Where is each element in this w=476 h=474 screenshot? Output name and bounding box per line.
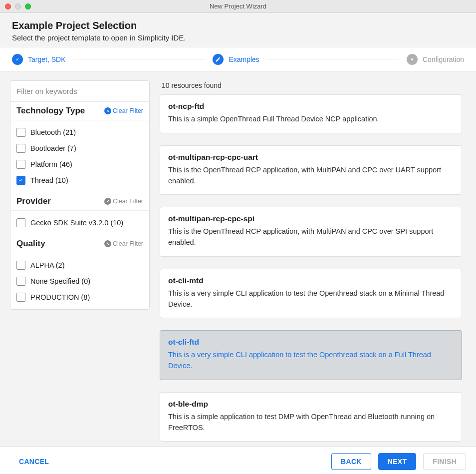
wizard-body: Technology Type Clear Filter Bluetooth (… — [0, 71, 476, 447]
result-desc: This is a simple application to test DMP… — [168, 412, 454, 434]
result-title: ot-multipan-rcp-cpc-spi — [168, 214, 454, 223]
next-button[interactable]: NEXT — [378, 453, 417, 470]
checkbox[interactable] — [16, 293, 25, 302]
wizard-footer: CANCEL BACK NEXT FINISH — [0, 447, 476, 474]
dot-icon — [407, 54, 418, 65]
checkbox[interactable] — [16, 128, 25, 137]
filter-items-provider: Gecko SDK Suite v3.2.0 (10) — [10, 211, 149, 235]
result-card-ot-multipan-rcp-cpc-spi[interactable]: ot-multipan-rcp-cpc-spi This is the Open… — [160, 207, 462, 257]
wizard-stepper: Target, SDK Examples Configuration — [0, 47, 476, 71]
clear-filter-quality[interactable]: Clear Filter — [104, 240, 143, 247]
filter-items-quality: ALPHA (2) None Specified (0) PRODUCTION … — [10, 253, 149, 309]
filter-panel: Technology Type Clear Filter Bluetooth (… — [10, 80, 150, 310]
svg-point-0 — [411, 58, 413, 60]
step-examples[interactable]: Examples — [213, 54, 259, 65]
results-count: 10 resources found — [162, 81, 471, 89]
filter-item-label: Bootloader (7) — [30, 144, 76, 152]
footer-right-buttons: BACK NEXT FINISH — [331, 453, 466, 470]
filter-item-none-specified[interactable]: None Specified (0) — [16, 273, 143, 289]
step-label: Target, SDK — [28, 55, 65, 63]
filter-group-title: Technology Type — [16, 106, 85, 116]
filter-group-quality: Quality Clear Filter — [10, 235, 149, 253]
filter-item-thread[interactable]: Thread (10) — [16, 172, 143, 188]
clear-filter-label: Clear Filter — [113, 240, 143, 247]
close-icon — [104, 107, 111, 114]
result-desc: This is the OpenThread RCP application, … — [168, 165, 454, 187]
result-title: ot-multipan-rcp-cpc-uart — [168, 153, 454, 162]
result-card-ot-cli-mtd[interactable]: ot-cli-mtd This is a very simple CLI app… — [160, 269, 462, 319]
result-desc: This is a very simple CLI application to… — [168, 288, 454, 310]
finish-button: FINISH — [423, 453, 466, 470]
close-icon — [104, 198, 111, 205]
results-pane: 10 resources found ot-ncp-ftd This is a … — [160, 80, 471, 447]
checkbox[interactable] — [16, 144, 25, 153]
filter-item-label: PRODUCTION (8) — [30, 293, 90, 301]
step-configuration: Configuration — [407, 54, 464, 65]
step-divider — [73, 59, 205, 59]
checkbox[interactable] — [16, 160, 25, 169]
window-titlebar: New Project Wizard — [0, 0, 476, 13]
result-card-ot-ncp-ftd[interactable]: ot-ncp-ftd This is a simple OpenThread F… — [160, 94, 462, 133]
filter-items-technology: Bluetooth (21) Bootloader (7) Platform (… — [10, 120, 149, 192]
result-title: ot-ble-dmp — [168, 400, 454, 409]
filter-item-alpha[interactable]: ALPHA (2) — [16, 257, 143, 273]
result-desc: This is the OpenThread RCP application, … — [168, 226, 454, 248]
result-desc: This is a very simple CLI application to… — [168, 350, 454, 372]
filter-group-title: Quality — [16, 239, 45, 249]
clear-filter-provider[interactable]: Clear Filter — [104, 198, 143, 205]
step-target-sdk[interactable]: Target, SDK — [12, 54, 65, 65]
filter-item-label: Bluetooth (21) — [30, 128, 76, 136]
result-title: ot-ncp-ftd — [168, 102, 454, 111]
clear-filter-technology[interactable]: Clear Filter — [104, 107, 143, 114]
step-label: Configuration — [423, 55, 464, 63]
result-card-ot-cli-ftd[interactable]: ot-cli-ftd This is a very simple CLI app… — [160, 330, 462, 380]
filter-item-platform[interactable]: Platform (46) — [16, 156, 143, 172]
filter-item-bootloader[interactable]: Bootloader (7) — [16, 140, 143, 156]
close-icon — [104, 240, 111, 247]
filter-item-gecko-sdk[interactable]: Gecko SDK Suite v3.2.0 (10) — [16, 215, 143, 231]
cancel-button[interactable]: CANCEL — [10, 453, 58, 470]
clear-filter-label: Clear Filter — [113, 198, 143, 205]
filter-item-label: Gecko SDK Suite v3.2.0 (10) — [30, 219, 123, 227]
result-title: ot-cli-ftd — [168, 338, 454, 347]
filter-group-provider: Provider Clear Filter — [10, 192, 149, 211]
checkbox[interactable] — [16, 261, 25, 270]
result-desc: This is a simple OpenThread Full Thread … — [168, 114, 454, 125]
step-label: Examples — [229, 55, 259, 63]
page-subtitle: Select the project template to open in S… — [12, 33, 464, 42]
page-header: Example Project Selection Select the pro… — [0, 13, 476, 47]
filter-group-title: Provider — [16, 196, 51, 206]
results-scroll[interactable]: ot-ncp-ftd This is a simple OpenThread F… — [160, 94, 471, 447]
filter-keyword-input[interactable] — [10, 81, 149, 102]
page-title: Example Project Selection — [12, 20, 464, 31]
filter-item-label: Thread (10) — [30, 176, 68, 184]
filter-item-bluetooth[interactable]: Bluetooth (21) — [16, 124, 143, 140]
checkbox[interactable] — [16, 176, 25, 185]
result-title: ot-cli-mtd — [168, 276, 454, 285]
window-title: New Project Wizard — [0, 2, 476, 10]
filter-item-label: Platform (46) — [30, 160, 72, 168]
back-button[interactable]: BACK — [331, 453, 371, 470]
filter-sidebar: Technology Type Clear Filter Bluetooth (… — [10, 80, 150, 447]
filter-item-production[interactable]: PRODUCTION (8) — [16, 289, 143, 305]
filter-item-label: None Specified (0) — [30, 277, 90, 285]
check-icon — [12, 54, 23, 65]
step-divider — [267, 59, 399, 59]
checkbox[interactable] — [16, 277, 25, 286]
result-card-ot-multipan-rcp-cpc-uart[interactable]: ot-multipan-rcp-cpc-uart This is the Ope… — [160, 145, 462, 195]
result-card-ot-ble-dmp[interactable]: ot-ble-dmp This is a simple application … — [160, 392, 462, 442]
pencil-icon — [213, 54, 224, 65]
filter-item-label: ALPHA (2) — [30, 261, 65, 269]
checkbox[interactable] — [16, 218, 25, 227]
filter-group-technology-type: Technology Type Clear Filter — [10, 102, 149, 120]
clear-filter-label: Clear Filter — [113, 107, 143, 114]
